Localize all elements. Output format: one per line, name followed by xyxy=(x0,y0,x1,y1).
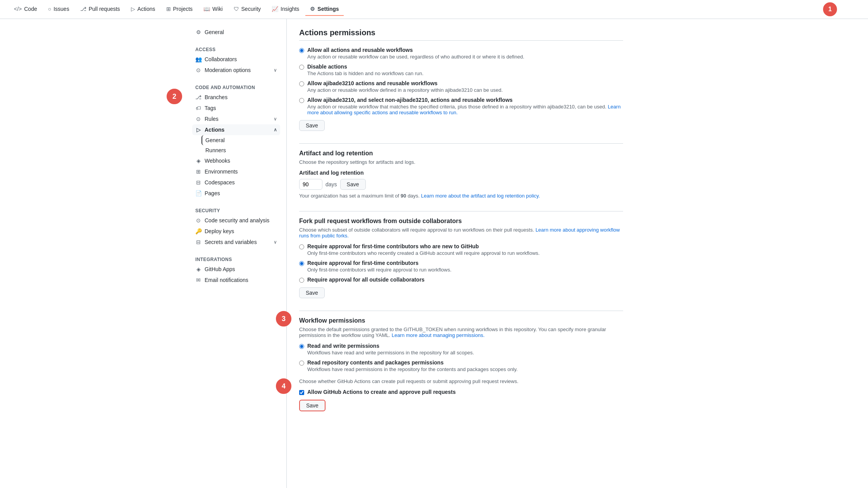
sidebar-section-code-automation: Code and automation ⎇ Branches 🏷 Tags ⊙ … xyxy=(192,82,280,199)
learn-more-specific-actions[interactable]: Learn more about allowing specific actio… xyxy=(307,104,621,115)
nav-projects[interactable]: ⊞ Projects xyxy=(162,3,198,16)
nav-wiki[interactable]: 📖 Wiki xyxy=(199,3,227,16)
artifact-field-label: Artifact and log retention xyxy=(299,170,623,176)
radio-disable-label[interactable]: Disable actions xyxy=(307,64,347,70)
radio-all-outside-input[interactable] xyxy=(299,278,304,283)
sidebar-item-environments[interactable]: ⊞ Environments xyxy=(192,166,280,177)
radio-read-write-label[interactable]: Read and write permissions xyxy=(307,343,379,349)
webhooks-icon: ◈ xyxy=(195,158,202,164)
radio-all-outside-label[interactable]: Require approval for all outside collabo… xyxy=(307,277,425,283)
radio-disable: Disable actions The Actions tab is hidde… xyxy=(299,64,623,76)
permissions-save-button[interactable]: Save xyxy=(299,120,325,131)
radio-allow-all-desc: Any action or reusable workflow can be u… xyxy=(307,54,524,60)
annotation-badge-4: 4 xyxy=(276,378,291,394)
sidebar-item-email-notifications[interactable]: ✉ Email notifications xyxy=(192,275,280,285)
radio-allow-ajibade-label[interactable]: Allow ajibade3210 actions and reusable w… xyxy=(307,80,437,86)
radio-new-github-desc: Only first-time contributors who recentl… xyxy=(307,250,540,256)
sidebar-integrations-title: Integrations xyxy=(192,254,280,264)
sidebar-sub-runners[interactable]: Runners xyxy=(202,145,280,155)
artifact-days-input[interactable] xyxy=(299,179,322,190)
sidebar-item-moderation[interactable]: ⊙ Moderation options ∨ xyxy=(192,65,280,76)
nav-pull-requests-label: Pull requests xyxy=(89,6,120,12)
fork-desc: Choose which subset of outside collabora… xyxy=(299,227,623,239)
artifact-learn-more[interactable]: Learn more about the artifact and log re… xyxy=(421,193,540,199)
nav-settings[interactable]: ⚙ Settings xyxy=(305,3,343,16)
radio-allow-ajibade-select-input[interactable] xyxy=(299,98,304,103)
pull-requests-icon: ⎇ xyxy=(80,6,86,12)
secrets-icon: ⊟ xyxy=(195,239,202,245)
radio-allow-ajibade-select: Allow ajibade3210, and select non-ajibad… xyxy=(299,97,623,115)
sidebar-item-collaborators[interactable]: 👥 Collaborators xyxy=(192,54,280,65)
nav-insights[interactable]: 📈 Insights xyxy=(267,3,304,16)
nav-badge-1: 1 xyxy=(823,2,837,16)
sidebar-item-tags[interactable]: 🏷 Tags xyxy=(192,103,280,113)
radio-new-github-input[interactable] xyxy=(299,244,304,249)
actions-sub-menu: General Runners xyxy=(192,135,280,155)
fork-learn-more[interactable]: Learn more about approving workflow runs… xyxy=(299,227,620,239)
radio-read-only-input[interactable] xyxy=(299,361,304,366)
radio-new-github-label[interactable]: Require approval for first-time contribu… xyxy=(307,243,479,249)
nav-actions[interactable]: ▷ Actions xyxy=(126,3,160,16)
workflow-save-button[interactable]: Save xyxy=(299,400,326,411)
top-nav: </> Code ○ Issues ⎇ Pull requests ▷ Acti… xyxy=(0,0,868,19)
radio-read-write-input[interactable] xyxy=(299,344,304,349)
radio-disable-input[interactable] xyxy=(299,65,304,70)
radio-read-only-label[interactable]: Read repository contents and packages pe… xyxy=(307,359,444,366)
pages-label: Pages xyxy=(205,190,220,196)
nav-settings-label: Settings xyxy=(317,6,339,12)
nav-security[interactable]: 🛡 Security xyxy=(229,3,266,16)
sidebar-item-secrets[interactable]: ⊟ Secrets and variables ∨ xyxy=(192,237,280,247)
sidebar-item-codespaces[interactable]: ⊟ Codespaces xyxy=(192,177,280,188)
permissions-section: Actions permissions Allow all actions an… xyxy=(299,28,623,131)
github-apps-icon: ◈ xyxy=(195,266,202,272)
collaborators-icon: 👥 xyxy=(195,56,202,62)
deploy-keys-label: Deploy keys xyxy=(205,228,234,234)
allow-pr-label[interactable]: Allow GitHub Actions to create and appro… xyxy=(307,389,456,395)
radio-allow-ajibade-input[interactable] xyxy=(299,81,304,86)
environments-icon: ⊞ xyxy=(195,168,202,175)
sidebar-item-branches[interactable]: ⎇ Branches xyxy=(192,92,280,103)
workflow-learn-more[interactable]: Learn more about managing permissions. xyxy=(392,332,485,338)
radio-new-github: Require approval for first-time contribu… xyxy=(299,243,623,256)
radio-allow-ajibade-select-label[interactable]: Allow ajibade3210, and select non-ajibad… xyxy=(307,97,513,103)
code-security-icon: ⊙ xyxy=(195,217,202,223)
allow-pr-checkbox[interactable] xyxy=(299,390,304,395)
fork-save-button[interactable]: Save xyxy=(299,287,325,298)
moderation-chevron: ∨ xyxy=(274,67,277,73)
actions-sidebar-icon: ▷ xyxy=(195,127,202,133)
nav-code[interactable]: </> Code xyxy=(9,3,42,16)
sub-runners-label: Runners xyxy=(205,147,226,153)
radio-allow-all-input[interactable] xyxy=(299,48,304,53)
radio-allow-all-label[interactable]: Allow all actions and reusable workflows xyxy=(307,47,413,53)
sidebar-item-webhooks[interactable]: ◈ Webhooks xyxy=(192,155,280,166)
codespaces-label: Codespaces xyxy=(205,179,235,186)
moderation-icon: ⊙ xyxy=(195,67,202,73)
nav-projects-label: Projects xyxy=(173,6,193,12)
sidebar-item-rules[interactable]: ⊙ Rules ∨ xyxy=(192,113,280,124)
artifact-save-button[interactable]: Save xyxy=(340,179,366,190)
radio-first-time-label[interactable]: Require approval for first-time contribu… xyxy=(307,260,418,266)
rules-label: Rules xyxy=(205,116,219,122)
radio-first-time-input[interactable] xyxy=(299,261,304,266)
environments-label: Environments xyxy=(205,168,238,175)
sidebar-item-general[interactable]: ⚙ General xyxy=(192,27,280,38)
nav-pull-requests[interactable]: ⎇ Pull requests xyxy=(76,3,125,16)
sidebar-item-github-apps[interactable]: ◈ GitHub Apps xyxy=(192,264,280,275)
artifact-section: Artifact and log retention Choose the re… xyxy=(299,143,623,199)
sidebar-sub-general[interactable]: General xyxy=(202,135,280,145)
sidebar-access-title: Access xyxy=(192,44,280,54)
sidebar-item-pages[interactable]: 📄 Pages xyxy=(192,188,280,199)
sidebar-section-general: ⚙ General xyxy=(192,27,280,38)
nav-issues[interactable]: ○ Issues xyxy=(43,3,74,16)
radio-allow-all: Allow all actions and reusable workflows… xyxy=(299,47,623,60)
fork-title: Fork pull request workflows from outside… xyxy=(299,218,623,225)
sidebar-item-deploy-keys[interactable]: 🔑 Deploy keys xyxy=(192,226,280,237)
sidebar-section-integrations: Integrations ◈ GitHub Apps ✉ Email notif… xyxy=(192,254,280,285)
sidebar-item-actions[interactable]: ▷ Actions ∧ xyxy=(192,124,280,135)
sidebar-section-security: Security ⊙ Code security and analysis 🔑 … xyxy=(192,205,280,247)
tags-icon: 🏷 xyxy=(195,105,202,111)
general-icon: ⚙ xyxy=(195,29,202,35)
page-layout: 2 ⚙ General Access 👥 Collaborators ⊙ Mod… xyxy=(186,19,682,488)
sidebar-item-code-security[interactable]: ⊙ Code security and analysis xyxy=(192,215,280,226)
sidebar-security-title: Security xyxy=(192,205,280,215)
